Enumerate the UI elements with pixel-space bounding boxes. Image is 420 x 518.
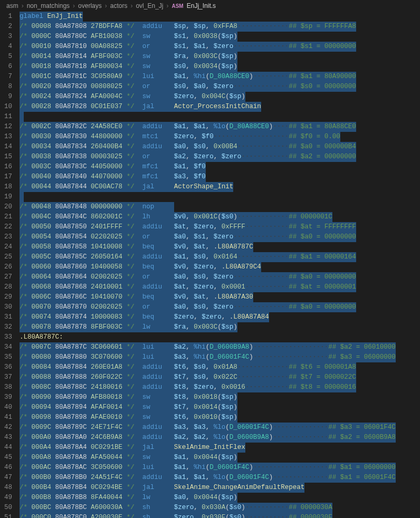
line-number: 19 <box>4 192 12 202</box>
code-line[interactable]: /* 000A8 80A878A8 AFA50044 */ sw $a1, 0x… <box>20 453 418 463</box>
line-number: 7 <box>4 72 12 82</box>
breadcrumb: asm › non_matchings › overlays › actors … <box>0 0 420 12</box>
line-number: 16 <box>4 162 12 172</box>
code-line[interactable]: /* 0002C 80A8782C 24A58CE0 */ addiu $a1,… <box>20 122 418 132</box>
line-number: 12 <box>4 122 12 132</box>
line-number-gutter: 1234567891011121314151617181920212223242… <box>0 12 20 518</box>
line-number: 44 <box>4 443 12 453</box>
code-line[interactable]: /* 000C0 80A878C0 A200030E */ sh $zero 0… <box>20 513 418 518</box>
line-number: 22 <box>4 222 12 232</box>
breadcrumb-part[interactable]: non_matchings <box>27 2 70 9</box>
line-number: 21 <box>4 212 12 222</box>
line-number: 43 <box>4 433 12 443</box>
code-line[interactable]: /* 0000C 80A8780C AFB10038 */ sw $s1, 0x… <box>20 32 418 42</box>
line-number: 3 <box>4 32 12 42</box>
line-number: 4 <box>4 42 12 52</box>
code-line[interactable]: /* 0003C 80A8783C 44050000 */ mfc1 $a1, … <box>20 162 418 172</box>
code-line[interactable]: /* 0001C 80A8781C 3C0580A9 */ lui $a1, %… <box>20 72 418 82</box>
code-line[interactable]: /* 00014 80A87814 AFBF003C */ sw $ra, 0x… <box>20 52 418 62</box>
code-area[interactable]: glabel EnJj_Init/* 00008 80A87808 27BDFF… <box>20 12 420 518</box>
line-number: 15 <box>4 152 12 162</box>
code-line[interactable]: /* 0009C 80A8789C 24E71F4C */ addiu $a3,… <box>20 423 418 433</box>
code-line[interactable]: /* 00070 80A87870 02002025 */ or $a0, $s… <box>20 302 418 312</box>
code-line[interactable]: /* 00058 80A87858 10410008 */ beq $v0, $… <box>20 242 418 252</box>
line-number: 20 <box>4 202 12 212</box>
breadcrumb-part[interactable]: actors <box>110 2 128 9</box>
code-line[interactable]: /* 000A0 80A878A0 24C6B9A8 */ addiu $a2,… <box>20 433 418 443</box>
line-number: 10 <box>4 102 12 112</box>
code-line[interactable]: /* 0007C 80A8787C 3C060601 */ lui $a2, %… <box>20 342 418 352</box>
breadcrumb-part[interactable]: asm <box>6 2 18 9</box>
line-number: 34 <box>4 342 12 352</box>
line-number: 32 <box>4 322 12 332</box>
code-line[interactable]: /* 000B4 80A878B4 0C0294BE */ jal SkelAn… <box>20 483 418 493</box>
code-line[interactable]: .L80A8787C: <box>20 332 418 342</box>
code-line[interactable]: /* 00024 80A87824 AFA0004C */ sw $zero, … <box>20 92 418 102</box>
code-line[interactable]: /* 00088 80A87888 260F022C */ addiu $t7,… <box>20 372 418 382</box>
code-line[interactable]: /* 00008 80A87808 27BDFFA8 */ addiu $sp,… <box>20 22 418 32</box>
code-line[interactable]: /* 00010 80A87810 00A08825 */ or $s1, $a… <box>20 42 418 52</box>
code-line[interactable]: /* 0008C 80A8788C 24180016 */ addiu $t8,… <box>20 382 418 392</box>
code-line[interactable]: /* 00034 80A87834 260400B4 */ addiu $a0,… <box>20 142 418 152</box>
breadcrumb-file[interactable]: EnJj_Init.s <box>187 2 216 9</box>
code-line[interactable]: /* 00054 80A87854 02202025 */ or $a0, $s… <box>20 232 418 242</box>
code-line[interactable]: /* 00060 80A87860 10400058 */ beq $v0, $… <box>20 262 418 272</box>
code-line[interactable]: /* 0005C 80A8785C 26050164 */ addiu $a1,… <box>20 252 418 262</box>
code-line[interactable]: /* 00030 80A87830 44800000 */ mtc1 $zero… <box>20 132 418 142</box>
code-line[interactable]: /* 00080 80A87880 3C070600 */ lui $a3, %… <box>20 352 418 362</box>
code-line[interactable]: /* 00090 80A87890 AFB80018 */ sw $t8, 0x… <box>20 392 418 402</box>
line-number: 14 <box>4 142 12 152</box>
code-line[interactable] <box>20 192 418 202</box>
line-number: 11 <box>4 112 12 122</box>
code-line[interactable]: /* 00074 80A87874 10000083 */ beq $zero,… <box>20 312 418 322</box>
chevron-right-icon: › <box>130 2 132 9</box>
code-line[interactable]: /* 00018 80A87818 AFB00034 */ sw $s0, 0x… <box>20 62 418 72</box>
line-number: 30 <box>4 302 12 312</box>
code-line[interactable]: /* 000A4 80A878A4 0C0291BE */ jal SkelAn… <box>20 443 418 453</box>
line-number: 47 <box>4 473 12 483</box>
line-number: 40 <box>4 402 12 413</box>
code-line[interactable]: /* 000AC 80A878AC 3C050600 */ lui $a1, %… <box>20 463 418 473</box>
code-line[interactable]: /* 000B0 80A878B0 24A51F4C */ addiu $a1,… <box>20 473 418 483</box>
chevron-right-icon: › <box>73 2 75 9</box>
line-number: 31 <box>4 312 12 322</box>
code-line[interactable]: /* 0006C 80A8786C 10410070 */ beq $v0, $… <box>20 292 418 302</box>
breadcrumb-part[interactable]: overlays <box>78 2 102 9</box>
line-number: 27 <box>4 272 12 282</box>
code-line[interactable]: /* 00084 80A87884 260E01A8 */ addiu $t6,… <box>20 362 418 372</box>
code-line[interactable]: glabel EnJj_Init <box>20 12 418 22</box>
code-line[interactable]: /* 00068 80A87868 24010001 */ addiu $at,… <box>20 282 418 292</box>
code-line[interactable]: /* 00044 80A87844 0C00AC78 */ jal ActorS… <box>20 182 418 192</box>
line-number: 17 <box>4 172 12 182</box>
code-line[interactable]: /* 000BC 80A878BC A600030A */ sh $zero, … <box>20 503 418 513</box>
line-number: 2 <box>4 22 12 32</box>
code-line[interactable]: /* 0004C 80A8784C 8602001C */ lh $v0, 0x… <box>20 212 418 222</box>
line-number: 45 <box>4 453 12 463</box>
breadcrumb-part[interactable]: ovl_En_Jj <box>136 2 163 9</box>
line-number: 46 <box>4 463 12 473</box>
line-number: 41 <box>4 413 12 423</box>
line-number: 18 <box>4 182 12 192</box>
line-number: 39 <box>4 392 12 402</box>
code-line[interactable]: /* 00050 80A87850 2401FFFF */ addiu $at,… <box>20 222 418 232</box>
line-number: 37 <box>4 372 12 382</box>
code-line[interactable]: /* 00028 80A87828 0C01E037 */ jal Actor_… <box>20 102 418 112</box>
line-number: 26 <box>4 262 12 272</box>
code-line[interactable]: /* 00094 80A87894 AFAF0014 */ sw $t7, 0x… <box>20 402 418 413</box>
code-line[interactable]: /* 000B8 80A878B8 8FA40044 */ lw $a0, 0x… <box>20 493 418 503</box>
line-number: 29 <box>4 292 12 302</box>
line-number: 8 <box>4 82 12 92</box>
line-number: 35 <box>4 352 12 362</box>
line-number: 48 <box>4 483 12 493</box>
code-line[interactable]: /* 00048 80A87848 00000000 */ nop <box>20 202 418 212</box>
chevron-right-icon: › <box>22 2 24 9</box>
code-line[interactable]: /* 00098 80A87898 AFAE0010 */ sw $t6, 0x… <box>20 413 418 423</box>
code-editor[interactable]: 1234567891011121314151617181920212223242… <box>0 12 420 518</box>
code-line[interactable]: /* 00040 80A87840 44070000 */ mfc1 $a3, … <box>20 172 418 182</box>
code-line[interactable] <box>20 112 418 122</box>
line-number: 24 <box>4 242 12 252</box>
code-line[interactable]: /* 00064 80A87864 02002025 */ or $a0, $s… <box>20 272 418 282</box>
code-line[interactable]: /* 00038 80A87838 00003025 */ or $a2, $z… <box>20 152 418 162</box>
code-line[interactable]: /* 00078 80A87878 8FBF003C */ lw $ra, 0x… <box>20 322 418 332</box>
code-line[interactable]: /* 00020 80A87820 00808025 */ or $s0, $a… <box>20 82 418 92</box>
